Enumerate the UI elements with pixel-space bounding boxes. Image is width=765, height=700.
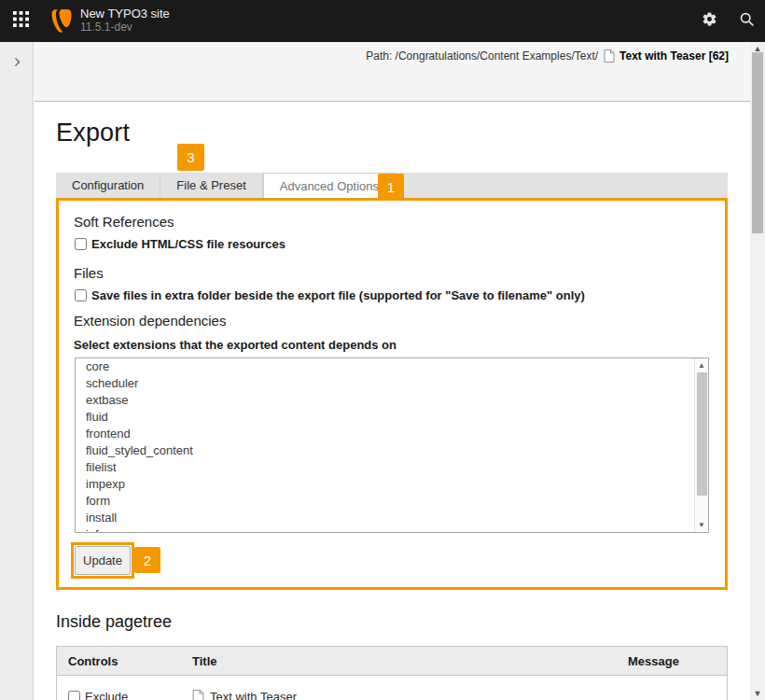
tab-file-preset[interactable]: File & Preset [160, 173, 262, 199]
search-icon [739, 11, 755, 31]
chevron-right-icon [12, 54, 22, 71]
topbar: New TYPO3 site 11.5.1-dev [0, 0, 765, 42]
column-header-title: Title [185, 654, 617, 668]
page-scrollbar-thumb[interactable] [752, 52, 763, 233]
save-files-label: Save files in extra folder beside the ex… [91, 288, 585, 302]
breadcrumb: Path: /Congratulations/Content Examples/… [366, 49, 729, 63]
extensions-select-label: Select extensions that the exported cont… [74, 338, 396, 352]
document-icon [604, 49, 615, 63]
tab-advanced-options[interactable]: Advanced Options [263, 173, 396, 199]
soft-references-heading: Soft References [74, 214, 174, 230]
scroll-down-icon[interactable]: ▼ [695, 521, 708, 529]
exclude-record-checkbox[interactable] [68, 691, 80, 700]
extensions-select[interactable]: core scheduler extbase fluid frontend fl… [75, 357, 709, 533]
extension-option[interactable]: scheduler [76, 375, 708, 392]
extension-option[interactable]: filelist [76, 459, 708, 476]
select-scrollbar[interactable]: ▲ ▼ [694, 358, 708, 532]
sidebar [0, 42, 34, 700]
record-row-title: Text with Teaser [210, 690, 297, 700]
annotation-badge-2: 2 [134, 547, 160, 573]
extension-option[interactable]: core [76, 358, 708, 375]
files-heading: Files [74, 265, 104, 281]
table-header-row: Controls Title Message [56, 646, 728, 676]
pagetree-table: Controls Title Message Exclude Text with… [56, 646, 728, 700]
advanced-options-panel: Soft References Exclude HTML/CSS file re… [56, 198, 728, 590]
table-row: Exclude Text with Teaser [56, 676, 728, 700]
modules-grid-icon [13, 11, 29, 31]
page-scrollbar[interactable]: ▲ ▼ [750, 42, 765, 700]
typo3-backend: New TYPO3 site 11.5.1-dev Path: /Congrat… [0, 0, 765, 700]
page-title: Export [56, 119, 130, 147]
typo3-logo[interactable] [48, 8, 73, 34]
scroll-down-icon[interactable]: ▼ [750, 689, 765, 698]
expand-sidebar-button[interactable] [7, 53, 26, 72]
exclude-htmlcss-checkbox[interactable] [75, 238, 87, 250]
site-version: 11.5.1-dev [80, 21, 170, 35]
extension-option[interactable]: info [76, 526, 708, 533]
inside-pagetree-heading: Inside pagetree [56, 612, 172, 632]
column-header-controls: Controls [57, 654, 185, 668]
document-icon [192, 690, 204, 700]
modules-menu-button[interactable] [0, 0, 41, 42]
annotation-badge-3: 3 [177, 144, 204, 171]
extension-option[interactable]: fluid_styled_content [76, 442, 708, 459]
scroll-up-icon[interactable]: ▲ [695, 361, 708, 370]
extension-option[interactable]: form [76, 493, 708, 510]
exclude-htmlcss-label: Exclude HTML/CSS file resources [91, 237, 285, 251]
breadcrumb-path: Path: /Congratulations/Content Examples/… [366, 49, 598, 63]
row-title-cell: Text with Teaser [185, 690, 617, 700]
extension-dependencies-heading: Extension dependencies [74, 313, 226, 329]
annotation-badge-1: 1 [378, 174, 404, 200]
site-info: New TYPO3 site 11.5.1-dev [80, 7, 170, 35]
extension-option[interactable]: extbase [76, 392, 708, 409]
docheader: Path: /Congratulations/Content Examples/… [35, 42, 750, 102]
save-files-checkbox[interactable] [75, 289, 87, 301]
extension-option[interactable]: fluid [76, 409, 708, 426]
extension-option[interactable]: frontend [76, 426, 708, 442]
extension-option[interactable]: impexp [76, 476, 708, 493]
record-title: Text with Teaser [62] [619, 49, 729, 63]
select-scrollbar-thumb[interactable] [697, 372, 707, 496]
gear-icon [702, 11, 717, 31]
save-files-row: Save files in extra folder beside the ex… [75, 288, 585, 302]
extension-option[interactable]: install [76, 510, 708, 526]
settings-button[interactable] [690, 0, 728, 42]
search-button[interactable] [728, 0, 765, 42]
update-button[interactable]: Update [75, 546, 131, 575]
update-button-highlight: Update [71, 542, 134, 579]
row-controls-cell: Exclude [57, 690, 185, 700]
site-title: New TYPO3 site [80, 7, 170, 21]
exclude-record-label: Exclude [85, 690, 128, 700]
tab-configuration[interactable]: Configuration [56, 173, 160, 199]
column-header-message: Message [617, 654, 727, 668]
exclude-htmlcss-row: Exclude HTML/CSS file resources [75, 237, 285, 251]
